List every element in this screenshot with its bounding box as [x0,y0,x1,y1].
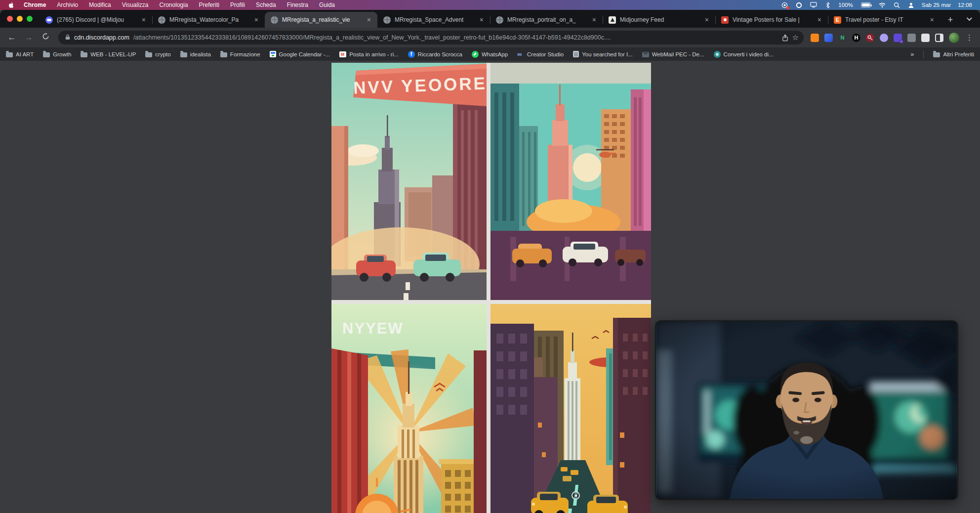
tab-close-icon[interactable]: × [929,16,936,24]
menu-time[interactable]: 12:08 [958,2,972,8]
menu-item-profili[interactable]: Profili [230,1,245,8]
tab-close-icon[interactable]: × [703,16,710,24]
tab-close-icon[interactable]: × [816,16,823,24]
phantom-ghost-icon[interactable] [880,34,888,42]
bookmark-creator-studio[interactable]: ∞Creator Studio [517,51,564,57]
bookmark-gmail[interactable]: Posta in arrivo - ri... [339,51,399,57]
mustard-building [439,459,476,513]
ring-icon[interactable] [795,1,803,9]
poster-bottom-left: NYYEW [331,304,487,513]
back-button[interactable]: ← [6,33,18,43]
menu-item-scheda[interactable]: Scheda [256,1,276,8]
recording-badge [786,6,789,9]
bookmark-facebook[interactable]: Riccardo Scrocca [408,51,462,58]
nexo-icon[interactable]: N [838,34,847,42]
tab-close-icon[interactable]: × [366,16,372,24]
bookmarks-overflow-chevrons[interactable]: » [910,50,914,58]
bookmark-star-icon[interactable]: ☆ [792,33,799,42]
menu-item-finestra[interactable]: Finestra [287,1,308,8]
user-switch-icon[interactable] [907,1,915,9]
etsy-icon: E [834,16,841,24]
bookmark-folder-ai-art[interactable]: AI ART [6,51,34,57]
window-minimize-button[interactable] [17,16,23,22]
bookmark-google-calendar[interactable]: Google Calendar -... [270,51,330,57]
bookmark-folder-formazione[interactable]: Formazione [220,51,260,57]
bookmark-folder-idealista[interactable]: idealista [180,51,211,57]
purple-wallet-icon[interactable] [894,34,902,42]
bookmark-label: WebMail PEC - De... [652,51,704,57]
bookmark-whatsapp[interactable]: WhatsApp [472,51,508,58]
tab-close-icon[interactable]: × [478,16,485,24]
tab-discord[interactable]: (2765) Discord | @Midjou × [40,12,152,28]
menu-item-archivio[interactable]: Archivio [57,1,78,8]
window-close-button[interactable] [7,16,13,22]
calendar-icon [270,51,276,57]
bookmark-label: Riccardo Scrocca [418,51,462,57]
bookmark-webmail-pec[interactable]: WebMail PEC - De... [642,51,704,57]
wifi-icon[interactable] [879,1,886,9]
bookmark-folder-web-levelup[interactable]: WEB - LEVEL-UP [81,51,136,57]
bookmark-you-searched[interactable]: You searched for I... [573,51,633,57]
new-tab-button[interactable]: + [943,13,957,27]
tab-midjourney-feed[interactable]: Midjourney Feed × [603,12,715,28]
whatsapp-icon [472,51,479,58]
bookmark-label: AI ART [16,51,34,57]
bookmark-label: crypto [155,51,170,57]
poster-grid-image[interactable]: NVV YEOORE [331,63,651,513]
bookmark-label: Google Calendar -... [279,51,330,57]
tab-realistic-view-active[interactable]: MRregista_a_realistic_vie × [265,12,377,28]
sidebar-icon[interactable] [935,34,943,42]
tab-etsy[interactable]: E Travel poster - Etsy IT × [828,12,940,28]
menu-kebab-icon[interactable]: ⋮ [965,33,974,42]
tab-close-icon[interactable]: × [591,16,598,24]
tab-close-icon[interactable]: × [253,16,260,24]
display-icon[interactable] [810,1,817,9]
zoom-cursor-icon[interactable] [572,491,580,500]
right-edge-building [474,350,487,513]
reload-button[interactable] [40,33,51,43]
key-icon[interactable] [866,34,874,42]
apple-menu-icon[interactable] [8,1,15,8]
menu-app-name[interactable]: Chrome [24,1,46,8]
share-icon[interactable] [782,34,788,42]
poster-art-top-right [490,63,651,300]
menu-item-visualizza[interactable]: Visualizza [122,1,149,8]
spotlight-search-icon[interactable] [893,1,900,9]
profile-avatar[interactable] [949,33,959,43]
address-bar[interactable]: cdn.discordapp.com /attachments/10135123… [58,31,804,44]
metamask-icon[interactable] [811,34,819,42]
bookmark-label: Creator Studio [527,51,564,57]
bookmark-folder-growth[interactable]: Growth [43,51,71,57]
tab-watercolor[interactable]: MRregista_Watercolor_Pa × [152,12,265,28]
tab-vintage-posters[interactable]: Vintage Posters for Sale | × [715,12,828,28]
other-bookmarks-folder[interactable]: Altri Preferiti [933,51,974,57]
menu-date[interactable]: Sab 25 mar [922,2,951,8]
hedera-icon[interactable]: H [852,34,860,42]
screen-recording-icon[interactable] [781,1,788,9]
tab-strip: (2765) Discord | @Midjou × MRregista_Wat… [40,10,961,28]
tab-search-chevron-icon[interactable] [962,12,975,26]
menu-item-modifica[interactable]: Modifica [89,1,111,8]
gray-extension-icon[interactable] [907,34,916,42]
tab-space-adventure[interactable]: MRregista_Space_Advent × [377,12,490,28]
menu-item-preferiti[interactable]: Preferiti [199,1,219,8]
window-fullscreen-button[interactable] [27,16,33,22]
bookmark-label: Converti i video di... [724,51,774,57]
folder-icon [220,52,227,57]
bookmarks-divider [923,50,924,58]
extensions-puzzle-icon[interactable] [921,34,930,42]
tab-close-icon[interactable]: × [140,16,147,24]
menu-item-guida[interactable]: Guida [319,1,335,8]
bookmark-label: Posta in arrivo - ri... [349,51,399,57]
bluetooth-icon[interactable] [824,1,831,9]
battery-icon[interactable] [860,1,872,9]
tab-label: MRregista_Space_Advent [395,16,474,23]
lock-icon [65,34,70,42]
bookmark-converti-video[interactable]: Converti i video di... [714,51,774,58]
menu-item-cronologia[interactable]: Cronologia [160,1,188,8]
top-band [490,63,651,84]
tab-portrait[interactable]: MRregista_portrait_on_a_ × [490,12,603,28]
bookmark-folder-crypto[interactable]: crypto [145,51,170,57]
blue-extension-icon[interactable] [824,34,833,42]
forward-button[interactable]: → [23,33,35,43]
